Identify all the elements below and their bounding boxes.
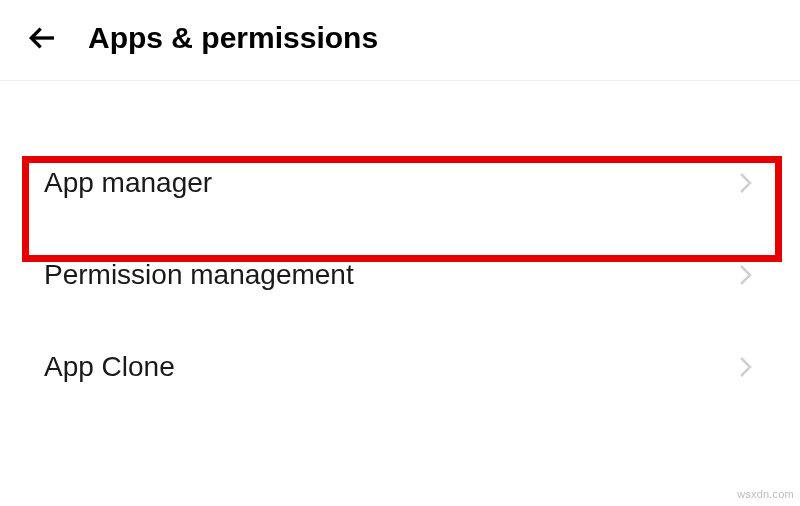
list-item-app-clone[interactable]: App Clone	[0, 321, 800, 413]
section-gap	[0, 81, 800, 137]
chevron-right-icon	[736, 261, 756, 289]
list-item-label: App Clone	[44, 351, 175, 383]
page-title: Apps & permissions	[88, 21, 378, 55]
list-item-label: Permission management	[44, 259, 354, 291]
header: Apps & permissions	[0, 0, 800, 80]
arrow-left-icon	[26, 22, 58, 54]
watermark: wsxdn.com	[737, 488, 794, 500]
list-item-app-manager[interactable]: App manager	[0, 137, 800, 229]
chevron-right-icon	[736, 169, 756, 197]
chevron-right-icon	[736, 353, 756, 381]
list-item-label: App manager	[44, 167, 212, 199]
list-item-permission-management[interactable]: Permission management	[0, 229, 800, 321]
back-button[interactable]	[24, 20, 60, 56]
